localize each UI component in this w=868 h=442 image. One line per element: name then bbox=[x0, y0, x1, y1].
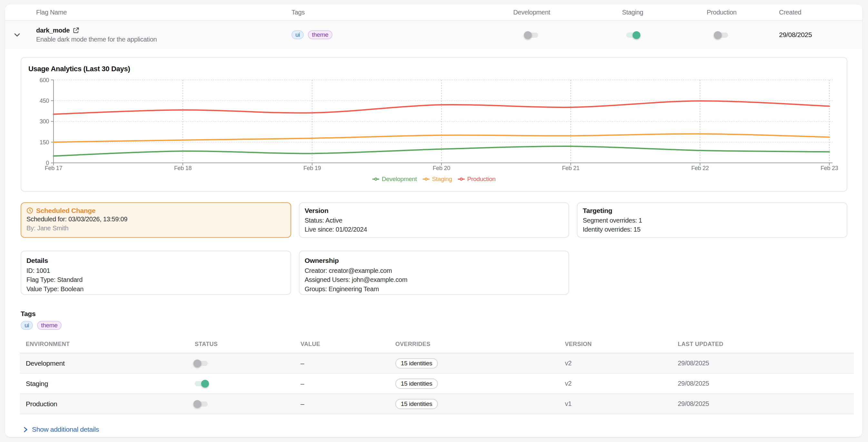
targeting-card: Targeting Segment overrides: 1Identity o… bbox=[577, 202, 847, 238]
tag-theme[interactable]: theme bbox=[308, 30, 332, 39]
environments-table-header: ENVIRONMENT STATUS VALUE OVERRIDES VERSI… bbox=[20, 341, 854, 353]
environment-last-updated: 29/08/2025 bbox=[678, 400, 854, 408]
scheduled-change-title: Scheduled Change bbox=[36, 206, 95, 215]
svg-text:150: 150 bbox=[40, 139, 49, 146]
clock-icon bbox=[26, 207, 33, 214]
environment-value: – bbox=[301, 400, 395, 408]
svg-text:Feb 18: Feb 18 bbox=[174, 165, 192, 171]
version-title: Version bbox=[305, 206, 564, 215]
legend-production[interactable]: Production bbox=[458, 176, 496, 183]
chart-legend: DevelopmentStagingProduction bbox=[21, 176, 847, 183]
flag-tags: uitheme bbox=[291, 30, 449, 39]
staging-toggle-cell bbox=[615, 32, 651, 38]
usage-chart: 0150300450600Feb 17Feb 18Feb 19Feb 20Feb… bbox=[21, 58, 845, 191]
created-date: 29/08/2025 bbox=[779, 31, 862, 39]
production-toggle-cell bbox=[677, 32, 767, 38]
card-line: Assigned Users: john@example.com bbox=[305, 275, 564, 284]
card-line: Live since: 01/02/2024 bbox=[305, 225, 564, 234]
development-toggle-cell bbox=[449, 32, 615, 38]
environment-name: Development bbox=[26, 360, 195, 367]
environment-status bbox=[195, 401, 301, 407]
card-line: ID: 1001 bbox=[26, 266, 285, 275]
flag-row[interactable]: dark_mode Enable dark mode theme for the… bbox=[5, 21, 862, 49]
th-last-updated: LAST UPDATED bbox=[678, 341, 854, 348]
identities-badge[interactable]: 15 identities bbox=[395, 399, 438, 409]
card-line: Segment overrides: 1 bbox=[583, 216, 842, 225]
external-link-icon[interactable] bbox=[73, 27, 79, 34]
toggle-knob bbox=[632, 31, 640, 39]
card-line: Groups: Engineering Team bbox=[305, 284, 564, 294]
version-card: Version Status: ActiveLive since: 01/02/… bbox=[299, 202, 569, 238]
environment-row-staging: Staging–15 identitiesv229/08/2025 bbox=[20, 374, 854, 394]
card-line: Value Type: Boolean bbox=[26, 284, 285, 294]
tag-ui[interactable]: ui bbox=[291, 30, 304, 39]
environment-last-updated: 29/08/2025 bbox=[678, 360, 854, 367]
col-staging: Staging bbox=[615, 9, 651, 16]
series-production bbox=[54, 101, 829, 114]
chevron-down-icon[interactable] bbox=[13, 31, 21, 39]
svg-text:Feb 23: Feb 23 bbox=[820, 165, 838, 171]
th-value: VALUE bbox=[301, 341, 395, 348]
environment-name: Production bbox=[26, 400, 195, 408]
scheduled-change-card: Scheduled Change Scheduled for: 03/03/20… bbox=[21, 202, 291, 238]
environment-version: v2 bbox=[565, 360, 678, 367]
card-line: Flag Type: Standard bbox=[26, 275, 285, 284]
flag-description: Enable dark mode theme for the applicati… bbox=[36, 36, 291, 43]
legend-staging[interactable]: Staging bbox=[423, 176, 452, 183]
col-created: Created bbox=[779, 9, 862, 16]
toggle-knob bbox=[193, 360, 201, 367]
tag-theme[interactable]: theme bbox=[37, 321, 61, 330]
details-card: Details ID: 1001Flag Type: StandardValue… bbox=[21, 251, 291, 295]
th-overrides: OVERRIDES bbox=[395, 341, 565, 348]
identities-badge[interactable]: 15 identities bbox=[395, 378, 438, 389]
environment-value: – bbox=[301, 380, 395, 387]
identities-badge[interactable]: 15 identities bbox=[395, 358, 438, 369]
legend-development[interactable]: Development bbox=[372, 176, 417, 183]
toggle-on[interactable] bbox=[626, 33, 639, 38]
environment-name: Staging bbox=[26, 380, 195, 387]
scheduled-by: By: Jane Smith bbox=[26, 224, 285, 233]
toggle-off[interactable] bbox=[525, 33, 538, 38]
legend-marker-icon bbox=[458, 177, 465, 181]
flag-table-header: Flag Name Tags Development Staging Produ… bbox=[5, 4, 862, 21]
svg-text:450: 450 bbox=[40, 98, 49, 104]
flag-detail-panel: Flag Name Tags Development Staging Produ… bbox=[5, 4, 862, 437]
tag-ui[interactable]: ui bbox=[21, 321, 33, 330]
col-tags: Tags bbox=[291, 9, 449, 16]
svg-text:Feb 22: Feb 22 bbox=[691, 165, 709, 171]
environment-version: v1 bbox=[565, 400, 678, 408]
svg-text:600: 600 bbox=[40, 77, 49, 83]
ownership-card: Ownership Creator: creator@example.comAs… bbox=[299, 251, 569, 295]
targeting-title: Targeting bbox=[583, 206, 842, 215]
toggle-knob bbox=[524, 31, 532, 39]
th-version: VERSION bbox=[565, 341, 678, 348]
show-additional-details[interactable]: Show additional details bbox=[23, 426, 862, 433]
environment-status bbox=[195, 361, 301, 366]
scheduled-for: Scheduled for: 03/03/2026, 13:59:09 bbox=[26, 215, 285, 224]
details-title: Details bbox=[26, 256, 285, 265]
tags-section-title: Tags bbox=[21, 310, 847, 318]
card-line: Identity overrides: 15 bbox=[583, 225, 842, 234]
card-line: Status: Active bbox=[305, 216, 564, 225]
toggle-off[interactable] bbox=[715, 33, 728, 38]
card-line: Creator: creator@example.com bbox=[305, 266, 564, 275]
col-production: Production bbox=[677, 9, 767, 16]
usage-analytics-card: Usage Analytics (Last 30 Days) 015030045… bbox=[21, 57, 847, 192]
toggle-knob bbox=[201, 380, 209, 387]
environment-version: v2 bbox=[565, 380, 678, 387]
th-status: STATUS bbox=[195, 341, 301, 348]
svg-text:300: 300 bbox=[40, 118, 49, 125]
svg-text:Feb 21: Feb 21 bbox=[562, 165, 580, 171]
svg-text:Feb 19: Feb 19 bbox=[303, 165, 321, 171]
environment-value: – bbox=[301, 360, 395, 367]
ownership-title: Ownership bbox=[305, 256, 564, 265]
th-environment: ENVIRONMENT bbox=[26, 341, 195, 348]
toggle-on[interactable] bbox=[195, 381, 208, 386]
toggle-off[interactable] bbox=[195, 401, 208, 407]
toggle-off[interactable] bbox=[195, 361, 208, 366]
legend-marker-icon bbox=[423, 177, 430, 181]
environment-status bbox=[195, 381, 301, 386]
environments-table: ENVIRONMENT STATUS VALUE OVERRIDES VERSI… bbox=[20, 341, 854, 414]
svg-text:Feb 20: Feb 20 bbox=[433, 165, 451, 171]
tags-section: Tags uitheme bbox=[21, 310, 847, 330]
